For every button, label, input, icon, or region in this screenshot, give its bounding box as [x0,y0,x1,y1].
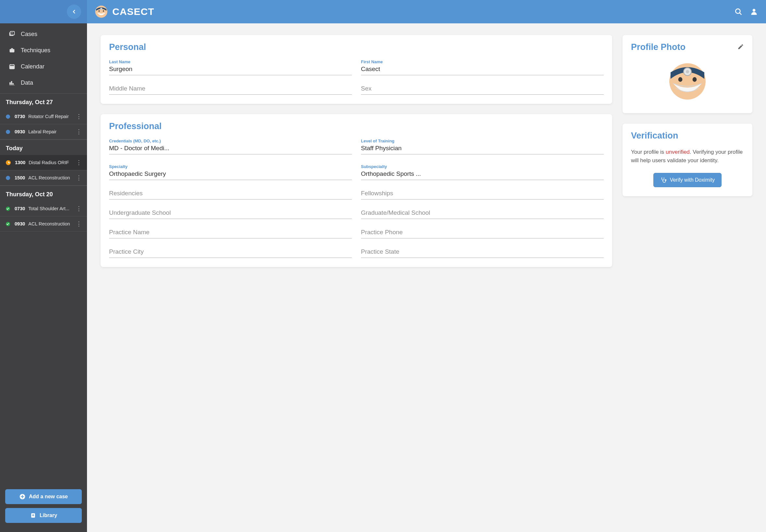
button-label: Verify with Doximity [670,177,715,183]
nav-cases[interactable]: Cases [0,26,87,42]
search-button[interactable] [734,7,743,16]
nav-label: Calendar [21,63,44,70]
field-value: Casect [361,66,604,75]
svg-point-14 [98,10,100,12]
card-title: Personal [109,42,604,52]
stethoscope-icon [660,177,667,183]
surgeon-avatar-icon [668,62,707,101]
nav-techniques[interactable]: Techniques [0,42,87,58]
card-title: Profile Photo [631,42,744,52]
residencies-field[interactable]: Residencies [109,190,352,199]
field-value: Orthopaedic Surgery [109,170,352,180]
practice-phone-field[interactable]: Practice Phone [361,229,604,238]
field-placeholder: Practice Name [109,229,352,238]
sidebar: Cases Techniques Calendar Data Thursday,… [0,0,87,532]
verify-doximity-button[interactable]: Verify with Doximity [653,173,722,187]
case-item[interactable]: 1500 ACL Reconstruction ⋮ [0,170,87,186]
field-placeholder: Residencies [109,190,352,199]
case-item[interactable]: 1300 Distal Radius ORIF ⋮ [0,155,87,170]
case-name: ACL Reconstruction [28,175,74,180]
status-dot-blue [6,176,10,180]
avatar [631,59,744,104]
first-name-field[interactable]: First Name Casect [361,59,604,75]
field-placeholder: Fellowships [361,190,604,199]
case-time: 1300 [15,160,25,165]
case-item[interactable]: 0930 Labral Repair ⋮ [0,124,87,139]
professional-card: Professional Credentials (MD, DO, etc.) … [101,114,612,267]
field-label: Credentials (MD, DO, etc.) [109,139,352,143]
card-title: Professional [109,121,604,131]
svg-point-15 [103,10,104,12]
practice-city-field[interactable]: Practice City [109,248,352,258]
case-menu-icon[interactable]: ⋮ [74,205,84,212]
case-time: 0730 [15,206,25,211]
field-label: Subspecialty [361,164,604,169]
subspecialty-field[interactable]: Subspecialty Orthopaedic Sports ... [361,164,604,180]
case-item[interactable]: 0930 ACL Reconstruction ⋮ [0,216,87,232]
nav: Cases Techniques Calendar Data [0,23,87,93]
collapse-sidebar-button[interactable] [67,5,81,19]
case-time: 0730 [15,114,25,119]
nav-data[interactable]: Data [0,75,87,91]
svg-rect-1 [10,31,15,35]
personal-card: Personal Last Name Surgeon First Name Ca… [101,35,612,104]
case-name: ACL Reconstruction [28,221,74,226]
case-menu-icon[interactable]: ⋮ [74,113,84,120]
credentials-field[interactable]: Credentials (MD, DO, etc.) MD - Doctor o… [109,139,352,154]
field-value: Staff Physician [361,145,604,154]
case-item[interactable]: 0730 Total Shoulder Art... ⋮ [0,201,87,216]
last-name-field[interactable]: Last Name Surgeon [109,59,352,75]
case-menu-icon[interactable]: ⋮ [74,159,84,166]
profile-photo-card: Profile Photo [623,35,752,113]
fellowships-field[interactable]: Fellowships [361,190,604,199]
text-prefix: Your profile is [631,149,666,155]
field-placeholder: Sex [361,85,604,95]
field-placeholder: Middle Name [109,85,352,95]
undergrad-field[interactable]: Undergraduate School [109,209,352,219]
svg-rect-4 [11,48,13,49]
practice-name-field[interactable]: Practice Name [109,229,352,238]
training-field[interactable]: Level of Training Staff Physician [361,139,604,154]
specialty-field[interactable]: Specialty Orthopaedic Surgery [109,164,352,180]
field-label: Specialty [109,164,352,169]
content: Personal Last Name Surgeon First Name Ca… [87,23,766,532]
middle-name-field[interactable]: Middle Name [109,85,352,95]
case-name: Rotator Cuff Repair [28,114,74,119]
add-new-case-button[interactable]: Add a new case [5,489,82,504]
field-placeholder: Undergraduate School [109,209,352,219]
case-time: 0930 [15,221,25,226]
field-placeholder: Practice State [361,248,604,258]
edit-photo-button[interactable] [737,42,744,52]
cases-icon [7,30,17,38]
case-name: Labral Repair [28,129,74,134]
app-logo-icon [95,5,108,18]
case-item[interactable]: 0730 Rotator Cuff Repair ⋮ [0,109,87,124]
case-menu-icon[interactable]: ⋮ [74,128,84,135]
main: CASECT Personal Last Name Surgeon First … [87,0,766,532]
calendar-icon [7,63,17,70]
case-menu-icon[interactable]: ⋮ [74,174,84,181]
field-placeholder: Graduate/Medical School [361,209,604,219]
user-button[interactable] [750,7,758,16]
techniques-icon [7,47,17,54]
svg-point-22 [678,77,683,82]
card-title: Verification [631,131,744,141]
library-button[interactable]: Library [5,508,82,523]
status-dot-blue [6,130,10,134]
nav-calendar[interactable]: Calendar [0,58,87,75]
nav-label: Cases [21,31,37,38]
medschool-field[interactable]: Graduate/Medical School [361,209,604,219]
practice-state-field[interactable]: Practice State [361,248,604,258]
field-value: Surgeon [109,66,352,75]
field-value: MD - Doctor of Medi... [109,145,352,154]
field-placeholder: Practice City [109,248,352,258]
button-label: Library [40,513,57,518]
sex-field[interactable]: Sex [361,85,604,95]
case-menu-icon[interactable]: ⋮ [74,220,84,227]
svg-point-18 [753,9,756,12]
sidebar-top [0,0,87,23]
case-time: 0930 [15,129,25,134]
svg-point-13 [100,8,103,10]
card-title-text: Profile Photo [631,42,686,52]
svg-point-23 [693,77,697,82]
